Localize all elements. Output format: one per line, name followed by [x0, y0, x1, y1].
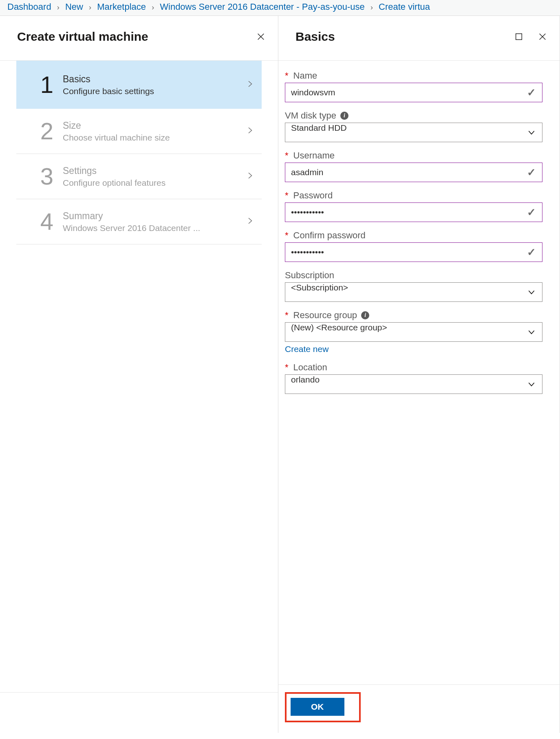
- step-number: 2: [33, 119, 61, 143]
- chevron-down-icon: [525, 375, 538, 394]
- step-title: Basics: [63, 74, 246, 85]
- chevron-right-icon: ›: [367, 3, 376, 11]
- step-summary[interactable]: 4 Summary Windows Server 2016 Datacenter…: [16, 199, 262, 244]
- label-text: VM disk type: [285, 110, 336, 121]
- field-label: VM disk type i: [285, 110, 542, 121]
- field-resource-group: * Resource group i (New) <Resource group…: [285, 310, 542, 354]
- required-indicator: *: [285, 70, 289, 81]
- step-size[interactable]: 2 Size Choose virtual machine size: [16, 109, 262, 154]
- resource-group-select[interactable]: (New) <Resource group>: [285, 322, 542, 342]
- chevron-right-icon: [246, 125, 254, 138]
- chevron-down-icon: [525, 283, 538, 301]
- chevron-down-icon: [525, 123, 538, 142]
- disk-type-select[interactable]: Standard HDD: [285, 123, 542, 142]
- check-icon: ✓: [525, 83, 538, 102]
- breadcrumb-item[interactable]: Dashboard: [7, 2, 51, 12]
- label-text: Password: [293, 190, 333, 201]
- svg-rect-0: [516, 33, 522, 40]
- step-settings[interactable]: 3 Settings Configure optional features: [16, 154, 262, 199]
- step-title: Size: [63, 120, 246, 131]
- breadcrumb-item[interactable]: Create virtua: [379, 2, 430, 12]
- field-confirm-password: * Confirm password ✓: [285, 230, 542, 262]
- field-username: * Username ✓: [285, 150, 542, 182]
- field-label: * Location: [285, 362, 542, 373]
- field-label: * Name: [285, 70, 542, 81]
- chevron-right-icon: ›: [54, 3, 63, 11]
- field-label: * Username: [285, 150, 542, 161]
- label-text: Resource group: [293, 310, 357, 321]
- chevron-down-icon: [525, 323, 538, 341]
- breadcrumb-item[interactable]: Windows Server 2016 Datacenter - Pay-as-…: [160, 2, 365, 12]
- basics-form: * Name ✓ VM disk type i Standard HDD: [278, 61, 560, 684]
- step-subtitle: Windows Server 2016 Datacenter ...: [63, 223, 246, 233]
- field-label: * Password: [285, 190, 542, 201]
- subscription-select[interactable]: <Subscription>: [285, 282, 542, 302]
- chevron-right-icon: ›: [86, 3, 95, 11]
- check-icon: ✓: [525, 163, 538, 182]
- password-input-wrap: ✓: [285, 202, 542, 222]
- blade-header: Basics: [278, 16, 560, 61]
- breadcrumb-item[interactable]: New: [65, 2, 83, 12]
- username-input-wrap: ✓: [285, 163, 542, 182]
- info-icon[interactable]: i: [361, 311, 369, 319]
- username-input[interactable]: [285, 163, 542, 182]
- confirm-password-input-wrap: ✓: [285, 242, 542, 262]
- field-subscription: Subscription <Subscription>: [285, 270, 542, 302]
- label-text: Location: [293, 362, 327, 373]
- chevron-right-icon: [246, 170, 254, 183]
- check-icon: ✓: [525, 203, 538, 222]
- restore-window-icon[interactable]: [513, 31, 525, 42]
- field-label: Subscription: [285, 270, 542, 281]
- ok-button[interactable]: OK: [291, 698, 344, 716]
- label-text: Name: [293, 70, 317, 81]
- info-icon[interactable]: i: [340, 112, 348, 120]
- label-text: Subscription: [285, 270, 334, 281]
- blade-basics: Basics * Name ✓: [278, 16, 560, 733]
- blade-title: Basics: [295, 30, 501, 44]
- step-subtitle: Choose virtual machine size: [63, 133, 246, 143]
- required-indicator: *: [285, 310, 289, 321]
- field-label: * Confirm password: [285, 230, 542, 241]
- step-basics[interactable]: 1 Basics Configure basic settings: [16, 61, 262, 109]
- select-value: <Subscription>: [285, 283, 542, 301]
- required-indicator: *: [285, 230, 289, 241]
- breadcrumb: Dashboard › New › Marketplace › Windows …: [0, 0, 560, 16]
- label-text: Confirm password: [293, 230, 366, 241]
- step-number: 1: [33, 73, 61, 97]
- required-indicator: *: [285, 362, 289, 373]
- ok-highlight: OK: [285, 692, 361, 722]
- name-input[interactable]: [285, 83, 542, 102]
- close-icon[interactable]: [537, 31, 548, 42]
- required-indicator: *: [285, 190, 289, 201]
- field-name: * Name ✓: [285, 70, 542, 102]
- select-value: Standard HDD: [285, 123, 542, 142]
- blade-footer: OK: [278, 684, 560, 733]
- step-number: 4: [33, 210, 61, 233]
- select-value: orlando: [285, 375, 542, 394]
- check-icon: ✓: [525, 243, 538, 262]
- wizard-steps: 1 Basics Configure basic settings 2 Size…: [0, 61, 278, 244]
- step-title: Settings: [63, 165, 246, 176]
- step-subtitle: Configure optional features: [63, 178, 246, 188]
- create-new-link[interactable]: Create new: [285, 344, 329, 354]
- confirm-password-input[interactable]: [285, 243, 542, 262]
- field-password: * Password ✓: [285, 190, 542, 222]
- field-disk-type: VM disk type i Standard HDD: [285, 110, 542, 142]
- location-select[interactable]: orlando: [285, 374, 542, 394]
- blade-header: Create virtual machine: [0, 16, 278, 61]
- chevron-right-icon: [246, 215, 254, 229]
- password-input[interactable]: [285, 203, 542, 222]
- select-value: (New) <Resource group>: [285, 323, 542, 341]
- chevron-right-icon: ›: [148, 3, 157, 11]
- step-subtitle: Configure basic settings: [63, 86, 246, 96]
- close-icon[interactable]: [255, 31, 267, 42]
- blade-footer: [0, 692, 278, 733]
- field-location: * Location orlando: [285, 362, 542, 394]
- step-number: 3: [33, 165, 61, 188]
- breadcrumb-item[interactable]: Marketplace: [97, 2, 146, 12]
- required-indicator: *: [285, 150, 289, 161]
- chevron-right-icon: [246, 78, 254, 92]
- label-text: Username: [293, 150, 335, 161]
- step-title: Summary: [63, 211, 246, 222]
- field-label: * Resource group i: [285, 310, 542, 321]
